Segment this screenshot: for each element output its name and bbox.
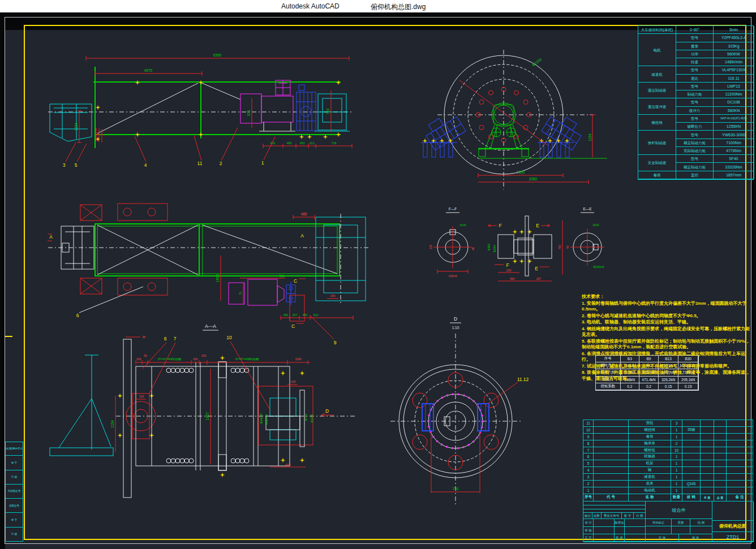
- bom-row: 5机架1: [583, 460, 753, 467]
- margin-cell: 签 字: [5, 456, 23, 470]
- bom-row: 2底座1Q345: [583, 481, 753, 487]
- dim-120: 120: [139, 395, 144, 398]
- role-process: 工 艺: [583, 534, 594, 542]
- d-scale: 1:10: [452, 326, 459, 330]
- rev-label: 更改文件号: [602, 513, 622, 519]
- view-detail-d: D 1:10 740 11.12: [390, 316, 529, 505]
- margin-cell: 底图总号: [5, 499, 23, 513]
- section-e-top: E: [536, 223, 539, 228]
- section-aa-title: A—A: [205, 323, 216, 329]
- d-title: D: [454, 316, 457, 322]
- dim-75: 75: [239, 292, 242, 295]
- leader-6b: 6: [164, 336, 167, 341]
- dim-200m6: Φ200m6: [593, 265, 604, 269]
- bom-row: 7螺栓组10: [583, 447, 753, 454]
- rev-label: 标记: [583, 513, 592, 519]
- param-group: 减速机: [638, 66, 676, 83]
- dim-257: 257: [293, 313, 298, 317]
- dim-b1: 490: [287, 141, 292, 145]
- dim-150a: 150: [193, 357, 198, 361]
- view-details: F—F 32×9 118 48 130m6 F F E E Φ360 Φ294 …: [429, 207, 604, 281]
- d-view-mark: D: [325, 408, 329, 414]
- dim-dia3: Φ750: [304, 414, 308, 421]
- dim-257c: 257: [536, 277, 542, 280]
- dim-95: 95: [566, 245, 569, 249]
- role-design: 设 计: [583, 519, 594, 527]
- parameter-table: 大车俯仰时间(单程) 0~80°5min 电机 型号Y2PF450L2-4 重量…: [638, 25, 754, 180]
- param-group: 钢丝绳: [638, 115, 676, 131]
- note-item: 2. 卷筒中心线与减速机低速轴中心线的同轴度不大于Φ0.5。: [582, 313, 754, 319]
- leader-11: 11: [197, 161, 203, 166]
- param-group: 电机: [638, 34, 676, 66]
- bill-of-materials: 11滑轮3 10钢丝绳135钢 9卷筒1 8轴承座2 7螺栓组10 6联轴器1 …: [583, 420, 753, 502]
- dim-rope2: 87×47=4089(绳槽): [235, 357, 259, 361]
- section-f-bottom: F: [506, 262, 509, 268]
- margin-cell: 借(通)用件登记: [5, 442, 23, 456]
- dim-740: 740: [453, 487, 459, 491]
- dim-480: 480: [303, 313, 308, 317]
- stage-label: 阶段标记: [646, 519, 672, 526]
- dim-150b: 150: [201, 354, 207, 357]
- param-group: 液压制动器: [638, 83, 676, 99]
- document-name: 俯仰机构总图.dwg: [371, 2, 426, 12]
- dim-1050: 1050: [295, 357, 301, 361]
- bom-row: 4轴1: [583, 467, 753, 474]
- dim-key-r: 25×9: [592, 223, 599, 227]
- rev-label: 日 期: [634, 513, 646, 519]
- dim-w1: 1350: [517, 170, 525, 174]
- leader-9: 9: [334, 340, 337, 345]
- dim-dia4: Φ1090: [310, 414, 313, 422]
- dim-118: 118: [429, 245, 432, 249]
- dim-key-l: 32×9: [459, 223, 466, 227]
- leader-10: 10: [226, 335, 232, 340]
- bom-row: 8轴承座2: [583, 440, 753, 447]
- rev-label: 处数: [592, 513, 602, 519]
- note-item: 4. 钢丝绳缠绕方向及出绳角按图示要求，绳端固定必须安全可靠，压板螺栓拧紧力矩见…: [582, 326, 754, 338]
- dim-dia2: Φ630K6: [265, 414, 268, 425]
- dim-1194-aa: 1194: [110, 420, 114, 428]
- sheet-no: 第 张: [679, 534, 712, 542]
- drawing-title: 俯仰机构总图: [712, 521, 754, 532]
- margin-register-strip: 借(通)用件登记 签 字 日 期 旧底图总号 底图总号 签 字 日 期: [5, 442, 23, 542]
- dim-925: 925: [280, 274, 285, 278]
- dim-150: 150: [330, 294, 336, 297]
- bolt-row: 扭矩系数0.20.20.150.15: [596, 383, 698, 390]
- dim-390: 390: [284, 313, 289, 317]
- dim-105: 105: [136, 357, 141, 361]
- dim-b4: 718: [332, 141, 337, 145]
- notes-title: 技术要求：: [582, 294, 754, 300]
- window-titlebar: Autodesk AutoCAD 俯仰机构总图.dwg: [0, 0, 756, 12]
- dim-38: 38: [142, 335, 145, 339]
- dim-485: 485: [301, 212, 307, 216]
- leader-7: 7: [174, 336, 177, 341]
- dim-438: 438: [286, 463, 291, 466]
- rev-label: 签 字: [622, 513, 634, 519]
- note-item: 3. 电动机、联轴器、制动器安装后应运转灵活、平稳。: [582, 319, 754, 326]
- section-e-bottom: E: [535, 266, 538, 271]
- leader-2: 2: [220, 161, 222, 166]
- role-approve: 批 准: [615, 534, 625, 542]
- role-standard: 标准化: [615, 519, 625, 527]
- title-block: 标记 处数 更改文件号 签 字 日 期 设 计 标准化 审 核 工 艺 批 准 …: [583, 501, 753, 542]
- dim-50: 50: [144, 354, 147, 357]
- dim-b2: 453: [300, 141, 305, 145]
- section-f-top: F: [499, 223, 501, 228]
- dim-dia360: Φ360: [487, 244, 491, 251]
- dim-w2: 2050: [529, 177, 538, 181]
- note-item: 6. 各润滑点按润滑规程加注润滑脂，开式齿轮表面涂二硫化钼润滑脂后方可上车运行。: [582, 351, 754, 363]
- dim-760: 760: [558, 245, 561, 250]
- section-a-left: A: [49, 234, 53, 240]
- bom-row: 10钢丝绳135钢: [583, 427, 753, 434]
- param-group: 卷筒: [638, 171, 676, 179]
- leader-4: 4: [144, 162, 147, 168]
- dim-230: 230: [506, 269, 512, 272]
- bom-row: 9卷筒1: [583, 434, 753, 440]
- rev-empty: [583, 502, 646, 505]
- margin-cell: 日 期: [5, 528, 23, 542]
- bom-header-row: 序号代 号名 称数量材 料单 重总 重备 注: [583, 494, 753, 502]
- app-name: Autodesk AutoCAD: [281, 2, 340, 10]
- role-check: 审 核: [583, 527, 594, 534]
- param-group: 推杆制动器: [638, 131, 676, 155]
- section-a-right: A: [300, 233, 304, 239]
- dim-total: 6990: [213, 53, 222, 57]
